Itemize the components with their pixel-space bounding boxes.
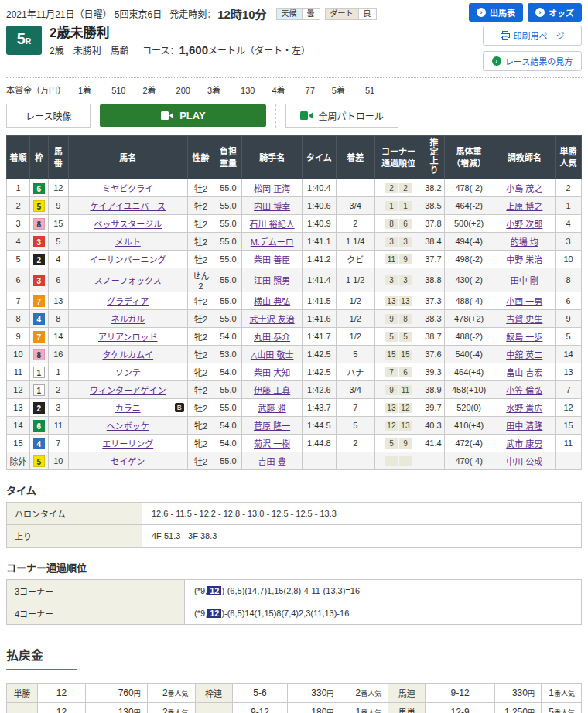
jockey-cell: △山田 敬士 bbox=[242, 346, 302, 363]
trainer-name-link[interactable]: 中川 公成 bbox=[506, 457, 542, 466]
shutsuba-button[interactable]: › 出馬表 bbox=[469, 3, 523, 22]
column-header: 馬名 bbox=[68, 136, 187, 179]
horse-name-link[interactable]: ミヤビクライ bbox=[102, 184, 153, 193]
trainer-name-link[interactable]: 小西 一男 bbox=[506, 297, 542, 306]
sex-age: 牡2 bbox=[187, 215, 214, 233]
blinker-badge: B bbox=[175, 403, 184, 412]
odds-button[interactable]: › オッズ bbox=[528, 3, 582, 22]
trainer-name-link[interactable]: 水野 貴広 bbox=[506, 404, 542, 413]
estimated-agari: 39.7 bbox=[422, 399, 444, 417]
jockey-name-link[interactable]: 江田 照男 bbox=[254, 276, 290, 285]
column-header-vertical-text: 推定上り bbox=[428, 138, 439, 175]
jockey-name-link[interactable]: 内田 博幸 bbox=[254, 202, 290, 211]
column-header: 馬体重 （増減） bbox=[444, 136, 494, 179]
finish-time: 1:42.5 bbox=[302, 363, 336, 381]
finish-position: 8 bbox=[7, 310, 30, 328]
trainer-name-link[interactable]: 小島 茂之 bbox=[506, 184, 542, 193]
corner-position-box: 8 bbox=[399, 314, 412, 324]
trainer-name-link[interactable]: 的場 均 bbox=[511, 237, 538, 247]
payout-heading: 払戻金 bbox=[6, 645, 582, 670]
estimated-agari: 37.8 bbox=[422, 215, 444, 233]
payout-table: 単勝12760円2番人気枠連5-6330円2番人気馬連9-12330円1番人気複… bbox=[6, 683, 582, 713]
horse-name-link[interactable]: メルト bbox=[115, 237, 141, 247]
jockey-name-link[interactable]: 伊藤 工真 bbox=[254, 386, 290, 395]
horse-name-link[interactable]: ネルガル bbox=[111, 315, 145, 324]
horse-name-link[interactable]: セイゲン bbox=[111, 457, 145, 466]
horse-name-link[interactable]: イーサンバーニング bbox=[90, 255, 166, 264]
jockey-name-link[interactable]: 石川 裕紀人 bbox=[250, 220, 295, 229]
frame-cell: 5 bbox=[29, 452, 48, 470]
horse-name-link[interactable]: グラディア bbox=[107, 297, 149, 306]
yen-unit: 円 bbox=[528, 709, 535, 713]
trainer-name-link[interactable]: 田中 剛 bbox=[511, 276, 538, 285]
trainer-name-link[interactable]: 武市 康男 bbox=[506, 439, 542, 449]
jockey-name-link[interactable]: 横山 典弘 bbox=[254, 297, 290, 306]
jockey-name-link[interactable]: 柴田 善臣 bbox=[254, 255, 290, 264]
tansho-combination: 12 bbox=[37, 684, 85, 703]
estimated-agari: 37.7 bbox=[422, 251, 444, 268]
corner-positions: 119 bbox=[374, 251, 422, 268]
prize-place: 1着 bbox=[78, 86, 91, 95]
finish-position: 9 bbox=[7, 328, 30, 346]
result-guide-button[interactable]: › レース結果の見方 bbox=[483, 51, 582, 71]
jockey-name-link[interactable]: M.デムーロ bbox=[251, 237, 294, 247]
trainer-name-link[interactable]: 古賀 史生 bbox=[506, 315, 542, 324]
trainer-cell: 小島 茂之 bbox=[494, 179, 555, 197]
trainer-name-link[interactable]: 畠山 吉宏 bbox=[506, 368, 542, 377]
horse-name-link[interactable]: タケルカムイ bbox=[102, 350, 153, 360]
prize-items: 1着5102着2003着1304着775着51 bbox=[78, 84, 391, 96]
finish-position: 1 bbox=[7, 179, 30, 197]
prize-place: 3着 bbox=[207, 86, 220, 95]
corner-positions: 59 bbox=[374, 435, 422, 452]
finish-time: 1:40.4 bbox=[302, 179, 336, 197]
corner-position-box: 2 bbox=[385, 183, 398, 193]
horse-name-link[interactable]: スノーフォックス bbox=[94, 276, 162, 285]
trainer-name-link[interactable]: 小笠 倫弘 bbox=[506, 386, 542, 395]
jockey-name-link[interactable]: 菅原 隆一 bbox=[254, 421, 290, 431]
win-popularity: 13 bbox=[556, 363, 582, 381]
horse-name-link[interactable]: カラニ bbox=[115, 404, 141, 413]
jockey-name-link[interactable]: 吉田 豊 bbox=[258, 457, 286, 466]
horse-name-link[interactable]: ウィンターアゲイン bbox=[90, 386, 166, 395]
jockey-name-link[interactable]: 柴田 大知 bbox=[254, 368, 290, 377]
carried-weight: 55.0 bbox=[214, 179, 242, 197]
column-header: 推定上り bbox=[422, 136, 444, 179]
sex-age: 牡2 bbox=[187, 452, 214, 470]
horse-name-link[interactable]: ケイアイユニバース bbox=[90, 202, 165, 211]
jockey-name-link[interactable]: 菊沢 一樹 bbox=[254, 439, 290, 449]
frame-cell: 7 bbox=[29, 328, 48, 346]
play-button[interactable]: PLAY bbox=[100, 104, 266, 127]
trainer-cell: 中舘 英二 bbox=[494, 346, 555, 363]
shutsuba-button-label: 出馬表 bbox=[490, 6, 515, 19]
weather-label: 天候 bbox=[276, 8, 303, 20]
finish-position: 10 bbox=[7, 346, 30, 363]
jockey-name-link[interactable]: 武士沢 友治 bbox=[250, 315, 295, 324]
horse-name-link[interactable]: アリアンロッド bbox=[98, 333, 158, 342]
trainer-name-link[interactable]: 中野 栄治 bbox=[506, 255, 542, 264]
jockey-name-link[interactable]: △山田 敬士 bbox=[251, 350, 294, 360]
horse-number: 14 bbox=[48, 328, 68, 346]
print-page-button[interactable]: 印刷用ページ bbox=[483, 26, 582, 46]
jockey-name-link[interactable]: 武藤 雅 bbox=[258, 404, 286, 413]
trainer-cell: 古賀 史生 bbox=[494, 310, 555, 328]
trainer-name-link[interactable]: 上原 博之 bbox=[506, 202, 542, 211]
margin: 1/2 bbox=[336, 292, 374, 310]
horse-name-link[interactable]: ヘンボッケ bbox=[107, 421, 149, 431]
trainer-name-link[interactable]: 中舘 英二 bbox=[506, 350, 542, 360]
corner-position-box: 8 bbox=[385, 219, 398, 229]
divider bbox=[275, 104, 276, 128]
jockey-name-link[interactable]: 丸田 恭介 bbox=[254, 333, 290, 342]
jockey-name-link[interactable]: 松岡 正海 bbox=[254, 184, 290, 193]
horse-name-link[interactable]: ベッサスタージル bbox=[94, 220, 162, 229]
umaren-label: 馬連 bbox=[388, 684, 426, 703]
column-header: 騎手名 bbox=[242, 136, 302, 179]
horse-name-link[interactable]: エリーリング bbox=[102, 439, 153, 449]
corner-position-box: 1 bbox=[399, 201, 412, 211]
race-number-suffix: R bbox=[26, 37, 31, 46]
race-result-page: 2021年11月21日（日曜） 5回東京6日 発走時刻： 12時10分 天候 曇… bbox=[0, 0, 588, 713]
trainer-name-link[interactable]: 田中 清隆 bbox=[506, 421, 542, 431]
trainer-name-link[interactable]: 小野 次郎 bbox=[506, 220, 542, 229]
trainer-name-link[interactable]: 鮫島 一歩 bbox=[506, 333, 542, 342]
patrol-video-button[interactable]: 全周パトロール bbox=[285, 104, 398, 128]
horse-name-link[interactable]: ソンテ bbox=[115, 368, 141, 377]
